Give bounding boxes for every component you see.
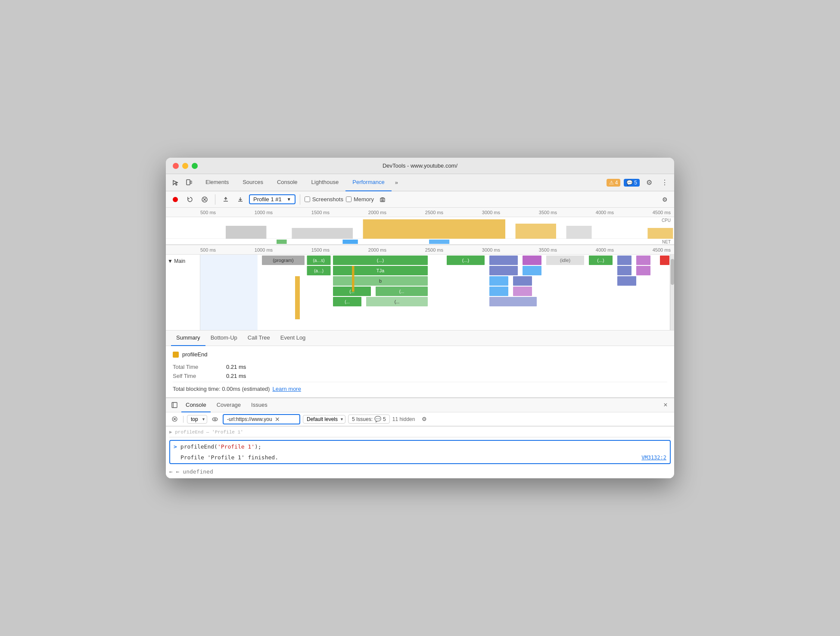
capture-settings-button[interactable]: ⚙: [659, 193, 671, 206]
memory-checkbox[interactable]: [346, 196, 352, 202]
summary-title-row: profileEnd: [173, 351, 667, 358]
console-undefined-arrow: ←: [169, 468, 176, 475]
console-previous-line: ▶ profileEnd — 'Profile 1': [166, 427, 674, 437]
maximize-button[interactable]: [192, 163, 198, 169]
self-time-value: 0.21 ms: [226, 373, 246, 379]
filter-clear-button[interactable]: ✕: [275, 416, 280, 423]
log-levels-selector[interactable]: Default levels: [303, 415, 345, 424]
timeline-ruler-main: 500 ms 1000 ms 1500 ms 2000 ms 2500 ms 3…: [166, 245, 674, 255]
console-close-button[interactable]: ×: [660, 400, 671, 410]
svg-rect-26: [489, 256, 518, 265]
self-time-row: Self Time 0.21 ms: [173, 373, 667, 379]
svg-rect-45: [489, 276, 508, 286]
svg-rect-27: [523, 256, 541, 265]
tab-console-panel[interactable]: Console: [181, 398, 211, 412]
profile-dropdown-icon: ▼: [287, 197, 291, 202]
tab-event-log[interactable]: Event Log: [275, 330, 311, 346]
tab-lighthouse[interactable]: Lighthouse: [305, 174, 346, 191]
screenshots-checkbox-label[interactable]: Screenshots: [305, 196, 343, 203]
download-button[interactable]: [234, 193, 246, 206]
svg-rect-33: [636, 256, 650, 265]
console-filter-input[interactable]: -url:https://www.you ✕: [223, 414, 300, 424]
svg-rect-42: [636, 266, 650, 275]
levels-selector-wrapper: Default levels ▼: [303, 415, 345, 424]
console-clear-button[interactable]: [169, 414, 180, 424]
warning-badge[interactable]: ⚠ 4: [607, 179, 621, 187]
more-options-icon[interactable]: ⋮: [659, 177, 671, 189]
perf-toolbar-right: ⚙: [659, 193, 671, 206]
ruler-ticks-top: 500 ms 1000 ms 1500 ms 2000 ms 2500 ms 3…: [200, 210, 674, 215]
tab-sources[interactable]: Sources: [236, 174, 270, 191]
console-string-arg: 'Profile 1': [218, 443, 255, 450]
tab-more-button[interactable]: »: [392, 174, 401, 191]
hidden-count-label: 11 hidden: [392, 416, 415, 422]
tab-coverage-panel[interactable]: Coverage: [212, 398, 245, 412]
blocking-time-text: Total blocking time: 0.00ms (estimated): [173, 386, 270, 392]
svg-text:(...: (...: [395, 299, 400, 304]
memory-checkbox-label[interactable]: Memory: [346, 196, 374, 203]
svg-rect-58: [489, 297, 537, 306]
tab-performance[interactable]: Performance: [345, 174, 391, 191]
tabs-right-controls: ⚠ 4 💬 5 ⚙ ⋮: [607, 177, 671, 189]
devtools-tab-bar: Elements Sources Console Lighthouse Perf…: [166, 174, 674, 191]
svg-rect-8: [292, 228, 353, 239]
main-tabs: Elements Sources Console Lighthouse Perf…: [199, 174, 607, 191]
svg-rect-61: [172, 402, 177, 408]
learn-more-link[interactable]: Learn more: [272, 386, 301, 392]
context-selector[interactable]: top: [187, 415, 207, 424]
flame-area[interactable]: ▼ Main (program) (a…s) (...): [166, 255, 674, 330]
tab-elements[interactable]: Elements: [199, 174, 236, 191]
console-eye-icon[interactable]: [210, 414, 220, 424]
tab-bottom-up[interactable]: Bottom-Up: [205, 330, 243, 346]
toolbar-divider-2: [300, 194, 300, 205]
device-toolbar-icon[interactable]: [183, 177, 195, 189]
tab-console[interactable]: Console: [270, 174, 305, 191]
console-source-link[interactable]: VM3132:2: [641, 455, 666, 461]
context-selector-wrapper: top ▼: [187, 415, 207, 424]
settings-icon[interactable]: ⚙: [643, 177, 655, 189]
info-badge[interactable]: 💬 5: [624, 179, 640, 187]
warning-icon: ⚠: [609, 180, 614, 186]
delete-profile-button[interactable]: [376, 193, 389, 206]
svg-rect-52: [489, 287, 508, 296]
svg-text:TJa: TJa: [376, 268, 385, 273]
timeline-ruler-top: 500 ms 1000 ms 1500 ms 2000 ms 2500 ms 3…: [166, 208, 674, 217]
svg-rect-1: [190, 181, 192, 184]
tab-summary[interactable]: Summary: [171, 330, 205, 346]
svg-rect-10: [516, 224, 556, 239]
net-svg: [200, 239, 674, 245]
svg-rect-34: [660, 256, 669, 265]
tab-call-tree[interactable]: Call Tree: [243, 330, 275, 346]
console-settings-icon[interactable]: ⚙: [419, 414, 429, 424]
svg-rect-59: [295, 276, 300, 319]
flame-scrollbar[interactable]: [670, 255, 674, 330]
console-output-text: Profile 'Profile 1' finished.: [180, 454, 641, 461]
screenshots-checkbox[interactable]: [305, 196, 310, 202]
svg-text:(...): (...): [462, 258, 470, 263]
console-toolbar-divider: [183, 416, 184, 423]
record-button[interactable]: [169, 193, 181, 206]
info-count: 5: [634, 180, 637, 186]
total-time-row: Total Time 0.21 ms: [173, 364, 667, 370]
svg-rect-60: [352, 266, 355, 292]
svg-rect-39: [489, 266, 518, 275]
issues-count-label: 5: [383, 416, 386, 422]
console-undefined-value: ← undefined: [176, 468, 213, 475]
console-output: ▶ profileEnd — 'Profile 1' > profileEnd(…: [166, 427, 674, 478]
clear-button[interactable]: [199, 193, 211, 206]
issues-badge[interactable]: 5 Issues: 💬 5: [348, 415, 390, 424]
svg-point-2: [173, 197, 178, 202]
console-sidebar-toggle[interactable]: [169, 400, 180, 410]
cpu-svg: [200, 217, 674, 239]
svg-rect-11: [566, 226, 592, 239]
inspect-element-icon[interactable]: [169, 177, 181, 189]
close-button[interactable]: [173, 163, 179, 169]
upload-button[interactable]: [220, 193, 232, 206]
profile-selector[interactable]: Profile 1 #1 ▼: [249, 194, 296, 204]
refresh-record-button[interactable]: [184, 193, 196, 206]
svg-rect-16: [429, 240, 449, 244]
svg-rect-15: [342, 240, 358, 244]
tab-icons: [169, 177, 195, 189]
minimize-button[interactable]: [182, 163, 188, 169]
tab-issues-panel[interactable]: Issues: [247, 398, 272, 412]
